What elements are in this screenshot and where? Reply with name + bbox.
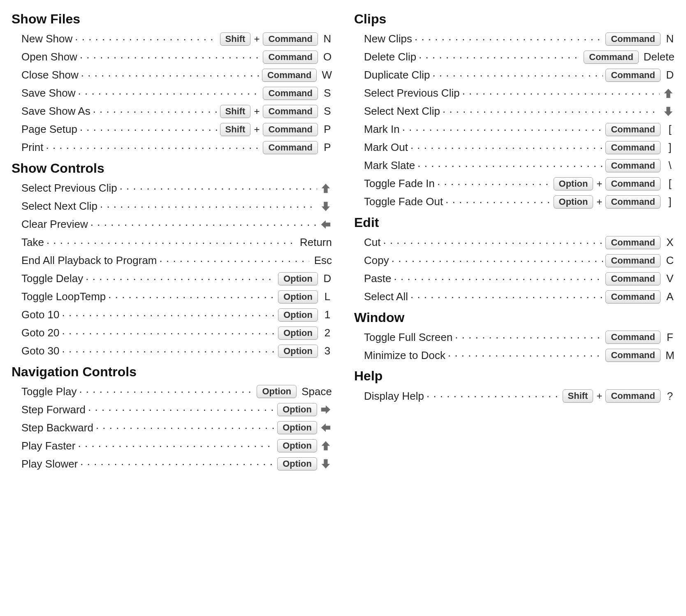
leader-dots bbox=[81, 72, 260, 79]
command-key: Command bbox=[605, 69, 661, 82]
shortcut-keys: Option+Command[ bbox=[554, 177, 674, 190]
shortcut-row: Select Previous Clip bbox=[12, 179, 332, 197]
shortcut-final-key: M bbox=[663, 349, 674, 362]
shortcut-final-key: L bbox=[320, 290, 332, 303]
plus-separator: + bbox=[596, 196, 603, 208]
shortcut-final-key: [ bbox=[663, 177, 674, 190]
shortcut-final-key: V bbox=[663, 272, 674, 285]
shortcut-keys: Option3 bbox=[278, 345, 332, 358]
command-key: Command bbox=[263, 32, 318, 46]
option-key: Option bbox=[278, 327, 318, 340]
command-key: Command bbox=[605, 349, 661, 362]
shortcut-row: Clear Preview bbox=[12, 215, 332, 234]
command-key: Command bbox=[263, 123, 318, 136]
command-key: Command bbox=[263, 141, 318, 154]
shortcut-keys: CommandC bbox=[605, 254, 674, 267]
shortcut-row: TakeReturn bbox=[12, 234, 332, 252]
shortcut-keys: CommandN bbox=[605, 32, 674, 46]
shortcut-label: Toggle Delay bbox=[21, 272, 83, 285]
leader-dots bbox=[410, 294, 603, 300]
command-key: Command bbox=[605, 141, 661, 154]
column-left: Show FilesNew ShowShift+CommandNOpen Sho… bbox=[12, 7, 332, 473]
shortcut-label: Toggle LoopTemp bbox=[21, 290, 106, 303]
shortcut-label: Play Slower bbox=[21, 458, 78, 470]
shortcut-label: Select Previous Clip bbox=[21, 182, 117, 195]
shortcut-final-key: O bbox=[320, 51, 332, 63]
leader-dots bbox=[88, 406, 275, 413]
shortcut-label: Paste bbox=[364, 272, 392, 285]
leader-dots bbox=[455, 334, 603, 340]
shortcut-row: CopyCommandC bbox=[354, 252, 674, 270]
shortcut-keys: Option bbox=[277, 403, 332, 416]
shortcut-row: Toggle DelayOptionD bbox=[12, 270, 332, 288]
shortcut-keys: Shift+CommandS bbox=[220, 105, 332, 118]
shortcut-row: PrintCommandP bbox=[12, 139, 332, 157]
shortcut-label: Select Next Clip bbox=[364, 105, 440, 118]
shortcut-final-key: F bbox=[663, 331, 674, 344]
command-key: Command bbox=[263, 51, 318, 64]
leader-dots bbox=[419, 54, 581, 60]
leader-dots bbox=[415, 36, 603, 42]
leader-dots bbox=[46, 239, 295, 246]
shift-key: Shift bbox=[220, 123, 251, 136]
shortcut-row: Mark SlateCommand\ bbox=[354, 157, 674, 175]
option-key: Option bbox=[554, 195, 593, 208]
shortcut-row: Duplicate ClipCommandD bbox=[354, 66, 674, 84]
leader-dots bbox=[93, 108, 218, 115]
leader-dots bbox=[80, 126, 218, 133]
shortcut-row: Goto 20Option2 bbox=[12, 324, 332, 342]
shortcut-row: Mark InCommand[ bbox=[354, 120, 674, 139]
arrow-right-icon bbox=[320, 403, 332, 416]
shortcut-row: Toggle Fade InOption+Command[ bbox=[354, 175, 674, 193]
shortcut-row: Goto 30Option3 bbox=[12, 342, 332, 360]
command-key: Command bbox=[605, 389, 661, 403]
shortcut-keys bbox=[320, 200, 332, 213]
section-title-show-files: Show Files bbox=[12, 12, 332, 27]
shortcut-label: Toggle Fade Out bbox=[364, 195, 443, 208]
shortcut-keys bbox=[320, 182, 332, 195]
command-key: Command bbox=[262, 69, 317, 82]
shortcut-row: Select Next Clip bbox=[12, 197, 332, 215]
shortcut-row: Toggle Fade OutOption+Command] bbox=[354, 193, 674, 211]
leader-dots bbox=[462, 90, 660, 97]
shortcut-keys: OptionD bbox=[278, 272, 332, 285]
shortcut-label: Save Show bbox=[21, 87, 76, 100]
shortcut-keys: Option bbox=[277, 457, 332, 470]
leader-dots bbox=[445, 199, 551, 205]
shortcut-keys: CommandF bbox=[605, 331, 674, 344]
plus-separator: + bbox=[253, 33, 260, 45]
shortcut-row: Mark OutCommand] bbox=[354, 139, 674, 157]
arrow-left-icon bbox=[320, 421, 332, 434]
shortcut-row: Select AllCommandA bbox=[354, 288, 674, 306]
section-title-help: Help bbox=[354, 368, 674, 384]
command-key: Command bbox=[605, 123, 661, 136]
shortcut-keys: CommandP bbox=[263, 141, 332, 154]
leader-dots bbox=[78, 442, 275, 449]
leader-dots bbox=[62, 348, 276, 354]
shift-key: Shift bbox=[563, 389, 593, 403]
shortcut-label: Open Show bbox=[21, 51, 77, 63]
leader-dots bbox=[75, 36, 217, 42]
leader-dots bbox=[90, 221, 317, 228]
section-title-navigation-controls: Navigation Controls bbox=[12, 364, 332, 380]
leader-dots bbox=[96, 424, 275, 431]
shortcut-row: Toggle LoopTempOptionL bbox=[12, 288, 332, 306]
plus-separator: + bbox=[253, 124, 260, 135]
shortcut-keys: CommandO bbox=[263, 51, 332, 64]
shortcut-row: Select Previous Clip bbox=[354, 84, 674, 102]
shortcut-final-key: W bbox=[319, 69, 332, 81]
shortcut-label: Step Backward bbox=[21, 421, 93, 434]
leader-dots bbox=[402, 126, 603, 133]
shortcut-final-key: Space bbox=[299, 385, 332, 398]
shortcut-final-key: Esc bbox=[312, 254, 332, 267]
command-key: Command bbox=[605, 177, 661, 190]
shortcut-final-key: P bbox=[320, 141, 332, 154]
leader-dots bbox=[392, 257, 603, 264]
shortcut-label: Duplicate Clip bbox=[364, 69, 430, 81]
shortcut-final-key: Return bbox=[297, 236, 332, 249]
shortcut-row: PasteCommandV bbox=[354, 270, 674, 288]
shortcut-final-key: N bbox=[320, 32, 332, 45]
option-key: Option bbox=[278, 345, 318, 358]
shortcut-label: Mark In bbox=[364, 123, 400, 136]
shortcut-label: New Clips bbox=[364, 32, 412, 45]
